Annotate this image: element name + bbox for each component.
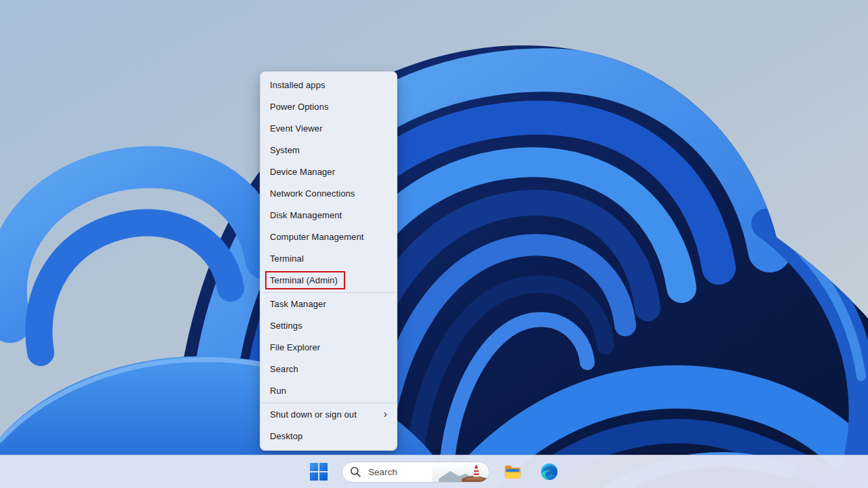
menu-item-power-options[interactable]: Power Options xyxy=(260,96,397,118)
search-icon xyxy=(350,466,361,478)
menu-item-label: Run xyxy=(270,386,286,396)
menu-item-settings[interactable]: Settings xyxy=(260,315,397,337)
submenu-chevron-icon: › xyxy=(384,404,387,424)
start-button[interactable] xyxy=(305,458,332,485)
menu-item-search[interactable]: Search xyxy=(260,359,397,380)
menu-item-label: Network Connections xyxy=(270,188,355,199)
menu-item-desktop[interactable]: Desktop xyxy=(260,426,397,447)
menu-item-terminal-admin[interactable]: Terminal (Admin) xyxy=(260,270,397,291)
menu-item-label: Desktop xyxy=(270,431,302,441)
menu-item-label: Search xyxy=(270,364,298,374)
menu-item-disk-management[interactable]: Disk Management xyxy=(260,205,397,226)
desktop: Installed appsPower OptionsEvent ViewerS… xyxy=(0,0,868,488)
menu-item-label: Task Manager xyxy=(270,299,326,309)
menu-separator xyxy=(262,403,395,403)
menu-item-label: Power Options xyxy=(270,102,329,112)
menu-item-installed-apps[interactable]: Installed apps xyxy=(260,75,397,96)
taskbar-center-group: Search xyxy=(305,458,563,485)
menu-item-label: Device Manager xyxy=(270,167,335,177)
menu-item-network-connections[interactable]: Network Connections xyxy=(260,183,397,205)
menu-item-device-manager[interactable]: Device Manager xyxy=(260,161,397,183)
menu-item-label: System xyxy=(270,145,300,155)
search-placeholder: Search xyxy=(368,467,431,477)
menu-item-label: Terminal xyxy=(270,253,304,264)
menu-item-terminal[interactable]: Terminal xyxy=(260,248,397,270)
menu-item-file-explorer[interactable]: File Explorer xyxy=(260,337,397,359)
file-explorer-icon xyxy=(503,462,522,481)
menu-item-label: Event Viewer xyxy=(270,123,323,134)
menu-item-label: Installed apps xyxy=(270,80,326,90)
menu-item-label: File Explorer xyxy=(270,342,320,352)
edge-icon xyxy=(540,462,559,481)
menu-item-label: Terminal (Admin) xyxy=(270,275,338,285)
windows-logo-icon xyxy=(310,463,328,481)
menu-item-label: Disk Management xyxy=(270,210,342,220)
menu-item-label: Shut down or sign out xyxy=(270,409,357,420)
taskbar-search-box[interactable]: Search xyxy=(342,462,490,483)
winx-context-menu: Installed appsPower OptionsEvent ViewerS… xyxy=(260,71,397,451)
menu-item-label: Settings xyxy=(270,321,302,331)
edge-button[interactable] xyxy=(536,458,563,485)
file-explorer-button[interactable] xyxy=(499,458,526,485)
menu-item-task-manager[interactable]: Task Manager xyxy=(260,293,397,315)
menu-item-computer-management[interactable]: Computer Management xyxy=(260,226,397,248)
menu-item-run[interactable]: Run xyxy=(260,380,397,402)
menu-separator xyxy=(262,292,395,293)
search-daily-image xyxy=(431,462,489,482)
menu-item-shut-down-or-sign-out[interactable]: ›Shut down or sign out xyxy=(260,404,397,426)
menu-item-event-viewer[interactable]: Event Viewer xyxy=(260,118,397,140)
menu-item-label: Computer Management xyxy=(270,232,363,242)
menu-item-system[interactable]: System xyxy=(260,140,397,161)
taskbar: Search xyxy=(0,455,868,488)
wallpaper-bloom xyxy=(0,0,868,488)
